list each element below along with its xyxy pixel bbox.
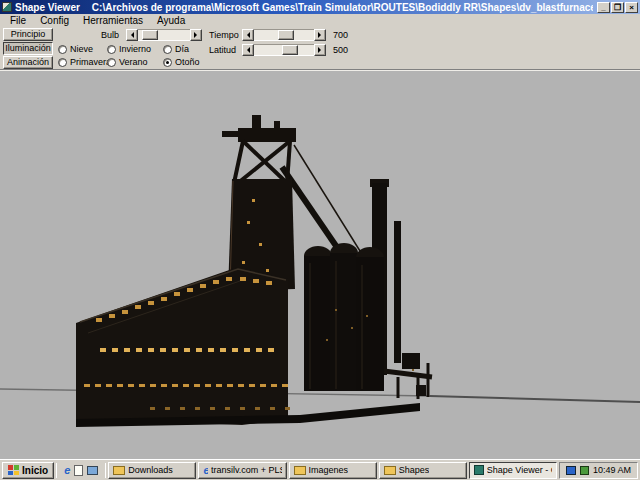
task-shape-viewer[interactable]: Shape Viewer - C:\A... — [469, 462, 557, 479]
windows-logo-icon — [8, 465, 19, 475]
folder-icon — [113, 466, 125, 475]
task-downloads[interactable]: Downloads — [108, 462, 196, 479]
principio-button[interactable]: Principio — [3, 28, 53, 41]
tiempo-scrollbar-track[interactable] — [254, 29, 314, 41]
tiempo-value: 700 — [333, 30, 348, 40]
radio-verano[interactable]: Verano — [107, 57, 148, 67]
scroll-right-icon[interactable] — [314, 44, 326, 56]
radio-otono[interactable]: Otoño — [163, 57, 200, 67]
taskbar-divider — [105, 463, 106, 478]
menu-herramientas[interactable]: Herramientas — [76, 15, 150, 26]
shape-viewer-window: Shape Viewer C:\Archivos de programa\Mic… — [0, 0, 640, 480]
latitud-scrollbar-track[interactable] — [254, 44, 314, 56]
task-shapes[interactable]: Shapes — [379, 462, 467, 479]
shape-viewer-icon — [474, 465, 484, 475]
window-title: Shape Viewer C:\Archivos de programa\Mic… — [15, 2, 593, 13]
scroll-left-icon[interactable] — [126, 29, 138, 41]
menubar: File Config Herramientas Ayuda — [0, 14, 640, 27]
tray-status-icon[interactable] — [580, 466, 589, 475]
app-title: Shape Viewer — [15, 2, 80, 13]
bulb-scrollbar-thumb[interactable] — [142, 30, 158, 40]
file-path: C:\Archivos de programa\Microsoft Games\… — [92, 2, 593, 13]
latitud-scrollbar[interactable] — [242, 44, 326, 56]
start-button[interactable]: Inicio — [2, 462, 54, 479]
app-icon — [2, 2, 12, 12]
folder-icon — [294, 466, 306, 475]
model-viewport[interactable] — [0, 70, 640, 459]
folder-icon — [384, 466, 396, 475]
internet-explorer-icon: e — [203, 465, 208, 476]
animacion-button[interactable]: Animación — [3, 56, 53, 69]
taskbar-divider — [56, 463, 57, 478]
maximize-icon[interactable]: ❐ — [611, 2, 624, 13]
tiempo-scrollbar[interactable] — [242, 29, 326, 41]
bulb-label: Bulb — [101, 30, 119, 40]
blast-furnace-model — [0, 71, 640, 460]
menu-config[interactable]: Config — [33, 15, 76, 26]
scroll-right-icon[interactable] — [314, 29, 326, 41]
latitud-value: 500 — [333, 45, 348, 55]
latitud-label: Latitud — [209, 45, 236, 55]
bulb-scrollbar-track[interactable] — [138, 29, 190, 41]
radio-dia[interactable]: Día — [163, 44, 189, 54]
tray-display-icon[interactable] — [566, 466, 576, 475]
radio-invierno[interactable]: Invierno — [107, 44, 151, 54]
scroll-right-icon[interactable] — [190, 29, 202, 41]
minimize-icon[interactable]: _ — [597, 2, 610, 13]
latitud-scrollbar-thumb[interactable] — [282, 45, 298, 55]
titlebar: Shape Viewer C:\Archivos de programa\Mic… — [0, 0, 640, 14]
task-imagenes[interactable]: Imagenes — [289, 462, 377, 479]
task-transilv[interactable]: e transilv.com + PLS co... — [198, 462, 286, 479]
radio-primavera[interactable]: Primavera — [58, 57, 111, 67]
menu-ayuda[interactable]: Ayuda — [150, 15, 192, 26]
quick-launch: e — [59, 462, 103, 478]
show-desktop-icon[interactable] — [87, 466, 98, 475]
document-icon[interactable] — [74, 465, 83, 476]
iluminacion-button[interactable]: Iluminación — [3, 42, 53, 55]
close-icon[interactable]: × — [625, 2, 638, 13]
toolbar: Principio Iluminación Animación Bulb Tie… — [0, 27, 640, 70]
system-tray: 10:49 AM — [559, 462, 638, 479]
tiempo-label: Tiempo — [209, 30, 239, 40]
tiempo-scrollbar-thumb[interactable] — [278, 30, 294, 40]
radio-nieve[interactable]: Nieve — [58, 44, 93, 54]
internet-explorer-icon[interactable]: e — [64, 465, 70, 476]
menu-file[interactable]: File — [3, 15, 33, 26]
clock: 10:49 AM — [593, 465, 631, 475]
scroll-left-icon[interactable] — [242, 44, 254, 56]
scroll-left-icon[interactable] — [242, 29, 254, 41]
taskbar: Inicio e Downloads e transilv.com + PLS … — [0, 459, 640, 480]
bulb-scrollbar[interactable] — [126, 29, 202, 41]
